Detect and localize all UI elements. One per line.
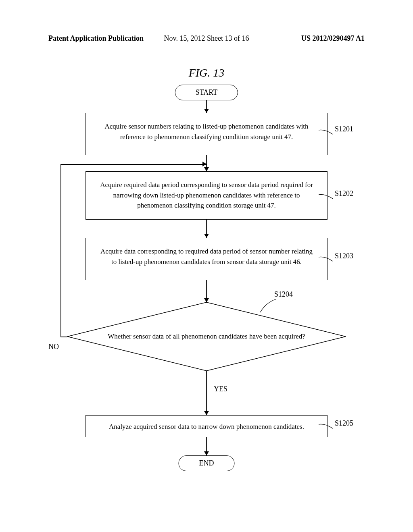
- leader-s1201: [319, 127, 335, 137]
- process-s1201: Acquire sensor numbers relating to liste…: [86, 113, 327, 155]
- leader-s1202: [319, 191, 335, 202]
- loop-join-arrowhead: [202, 162, 206, 166]
- label-s1205: S1205: [335, 419, 353, 428]
- process-s1203: Acquire data corresponding to required d…: [86, 238, 327, 280]
- process-s1201-text: Acquire sensor numbers relating to liste…: [104, 123, 308, 141]
- loop-left-horizontal: [60, 337, 67, 337]
- decision-no-label: NO: [48, 343, 59, 351]
- label-s1204: S1204: [274, 290, 293, 299]
- decision-yes-label: YES: [214, 385, 227, 393]
- loop-join-horizontal: [60, 164, 206, 165]
- label-s1202: S1202: [335, 189, 353, 198]
- header-left: Patent Application Publication: [48, 34, 144, 43]
- page-header: Patent Application Publication Nov. 15, …: [0, 34, 413, 43]
- end-terminal: END: [179, 455, 235, 471]
- leader-s1203: [319, 254, 335, 264]
- process-s1202-text: Acquire required data period correspondi…: [100, 181, 313, 209]
- process-s1202: Acquire required data period correspondi…: [86, 171, 327, 220]
- label-s1201: S1201: [335, 125, 353, 133]
- loop-left-vertical: [60, 164, 61, 337]
- decision-s1204: Whether sensor data of all phenomenon ca…: [65, 300, 348, 373]
- decision-s1204-text: Whether sensor data of all phenomenon ca…: [79, 332, 334, 341]
- header-right: US 2012/0290497 A1: [301, 34, 365, 43]
- leader-s1205: [319, 421, 335, 431]
- leader-s1204: [258, 298, 278, 314]
- process-s1203-text: Acquire data corresponding to required d…: [100, 247, 313, 266]
- start-terminal: START: [175, 85, 238, 100]
- process-s1205-text: Analyze acquired sensor data to narrow d…: [109, 423, 304, 430]
- header-center: Nov. 15, 2012 Sheet 13 of 16: [164, 34, 249, 43]
- process-s1205: Analyze acquired sensor data to narrow d…: [86, 415, 327, 437]
- label-s1203: S1203: [335, 252, 353, 260]
- figure-title: FIG. 13: [189, 66, 225, 79]
